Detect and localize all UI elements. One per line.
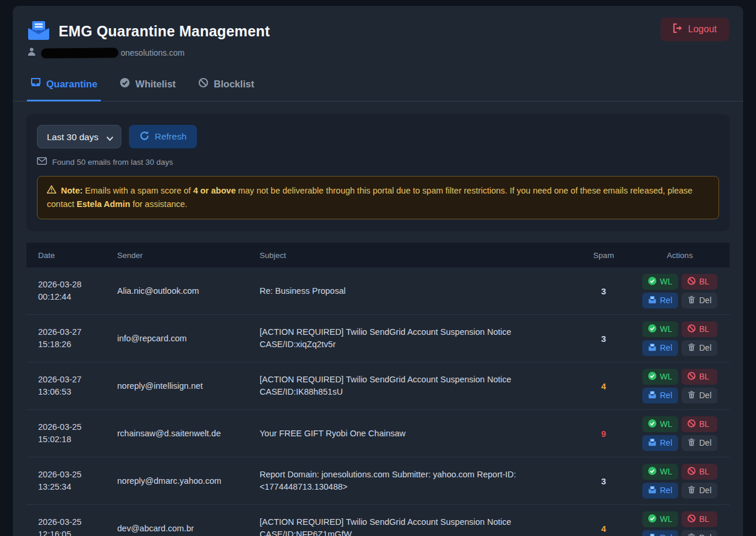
release-button[interactable]: Rel (642, 435, 678, 451)
open-envelope-logo-icon (27, 20, 50, 42)
check-circle-icon (648, 324, 656, 334)
warning-triangle-icon (47, 186, 59, 195)
whitelist-button[interactable]: WL (642, 464, 678, 480)
trash-icon (687, 296, 696, 306)
check-circle-icon (120, 77, 130, 90)
column-header-spam: Spam (577, 251, 630, 260)
trash-icon (687, 486, 696, 496)
date-cell: 2026-03-27 15:18:26 (38, 326, 117, 351)
actions-cell: WL BL (630, 464, 730, 498)
app-header: EMG Quarantine Management onesolutions.c… (13, 6, 743, 59)
trash-icon (687, 533, 696, 536)
delete-button[interactable]: Del (682, 340, 717, 356)
tab-blocklist[interactable]: Blocklist (195, 69, 258, 101)
release-envelope-icon (648, 343, 656, 353)
subject-cell: [ACTION REQUIRED] Twilio SendGrid Accoun… (260, 516, 577, 536)
inbox-icon (30, 77, 41, 90)
spam-score: 3 (577, 476, 630, 486)
blocklist-button[interactable]: BL (682, 511, 717, 527)
sender-cell: dev@abcard.com.br (117, 524, 260, 533)
blocked-circle-icon (687, 467, 696, 477)
delete-button[interactable]: Del (682, 435, 717, 451)
subject-cell: Re: Business Proposal (260, 285, 577, 297)
delete-button[interactable]: Del (682, 293, 717, 308)
date-cell: 2026-03-25 15:02:18 (38, 421, 117, 446)
envelope-icon (37, 157, 47, 167)
blocklist-button[interactable]: BL (682, 369, 717, 385)
date-cell: 2026-03-25 12:16:05 (38, 516, 117, 536)
blocklist-button[interactable]: BL (682, 274, 717, 290)
spam-note: Note: Emails with a spam score of 4 or a… (37, 176, 719, 219)
subject-cell: [ACTION REQUIRED] Twilio SendGrid Accoun… (260, 374, 577, 398)
main-container: EMG Quarantine Management onesolutions.c… (13, 6, 743, 536)
whitelist-button[interactable]: WL (642, 369, 678, 385)
delete-button[interactable]: Del (682, 483, 717, 498)
actions-cell: WL BL (630, 321, 730, 356)
date-range-select[interactable]: Last 30 days (37, 125, 121, 148)
actions-cell: WL BL (630, 369, 730, 403)
actions-cell: WL BL (630, 416, 730, 451)
logout-button[interactable]: Logout (660, 18, 729, 41)
check-circle-icon (648, 514, 656, 524)
column-header-actions: Actions (630, 251, 730, 260)
release-envelope-icon (648, 533, 656, 536)
user-email: onesolutions.com (121, 48, 185, 57)
blocked-circle-icon (687, 277, 696, 287)
spam-score: 9 (577, 429, 630, 439)
redacted-email-blob (41, 48, 118, 58)
table-row: 2026-03-27 15:18:26 info@repcard.com [AC… (26, 315, 730, 362)
subject-cell: Your FREE GIFT Ryobi One Chainsaw (260, 428, 577, 440)
blocklist-button[interactable]: BL (682, 416, 717, 432)
sender-cell: noreply@intellisign.net (117, 381, 260, 391)
release-envelope-icon (648, 486, 656, 496)
check-circle-icon (648, 419, 656, 429)
check-circle-icon (648, 467, 656, 477)
subject-cell: Report Domain: jonesolutions.com Submitt… (260, 469, 577, 493)
refresh-button[interactable]: Refresh (129, 125, 197, 148)
tab-whitelist[interactable]: Whitelist (116, 69, 179, 101)
spam-score: 4 (577, 381, 630, 391)
blocked-circle-icon (687, 372, 696, 382)
refresh-icon (139, 131, 149, 143)
blocklist-button[interactable]: BL (682, 464, 717, 480)
table-row: 2026-03-27 13:06:53 noreply@intellisign.… (26, 362, 730, 410)
actions-cell: WL BL (630, 511, 730, 536)
sender-cell: noreply@dmarc.yahoo.com (117, 476, 260, 486)
result-summary: Found 50 emails from last 30 days (37, 157, 719, 167)
trash-icon (687, 438, 696, 448)
actions-cell: WL BL (630, 274, 730, 308)
release-button[interactable]: Rel (642, 388, 678, 403)
date-cell: 2026-03-25 13:25:34 (38, 469, 117, 493)
whitelist-button[interactable]: WL (642, 511, 678, 527)
person-icon (27, 47, 36, 59)
trash-icon (687, 343, 696, 353)
delete-button[interactable]: Del (682, 388, 717, 403)
table-row: 2026-03-25 15:02:18 rchainsaw@d.saitenwe… (26, 410, 730, 457)
date-cell: 2026-03-28 00:12:44 (38, 279, 117, 303)
release-envelope-icon (648, 438, 656, 448)
column-header-subject: Subject (260, 251, 577, 260)
release-button[interactable]: Rel (642, 530, 678, 536)
date-cell: 2026-03-27 13:06:53 (38, 374, 117, 398)
quarantine-table: Date Sender Subject Spam Actions 2026-03… (26, 243, 730, 536)
tab-bar: Quarantine Whitelist Blocklist (13, 69, 743, 101)
filter-panel: Last 30 days Refresh (26, 114, 730, 231)
delete-button[interactable]: Del (682, 530, 717, 536)
tab-quarantine[interactable]: Quarantine (27, 69, 101, 101)
table-body: 2026-03-28 00:12:44 Alia.nic@outlook.com… (26, 267, 730, 536)
release-button[interactable]: Rel (642, 340, 678, 356)
column-header-date: Date (38, 251, 117, 260)
whitelist-button[interactable]: WL (642, 321, 678, 337)
whitelist-button[interactable]: WL (642, 416, 678, 432)
sender-cell: rchainsaw@d.saitenwelt.de (117, 429, 260, 438)
spam-score: 4 (577, 524, 630, 534)
subject-cell: [ACTION REQUIRED] Twilio SendGrid Accoun… (260, 326, 577, 351)
release-button[interactable]: Rel (642, 483, 678, 498)
blocklist-button[interactable]: BL (682, 321, 717, 337)
check-circle-icon (648, 277, 656, 287)
column-header-sender: Sender (117, 251, 260, 260)
whitelist-button[interactable]: WL (642, 274, 678, 290)
blocked-circle-icon (687, 324, 696, 334)
release-button[interactable]: Rel (642, 293, 678, 308)
page-title: EMG Quarantine Management (59, 23, 270, 40)
